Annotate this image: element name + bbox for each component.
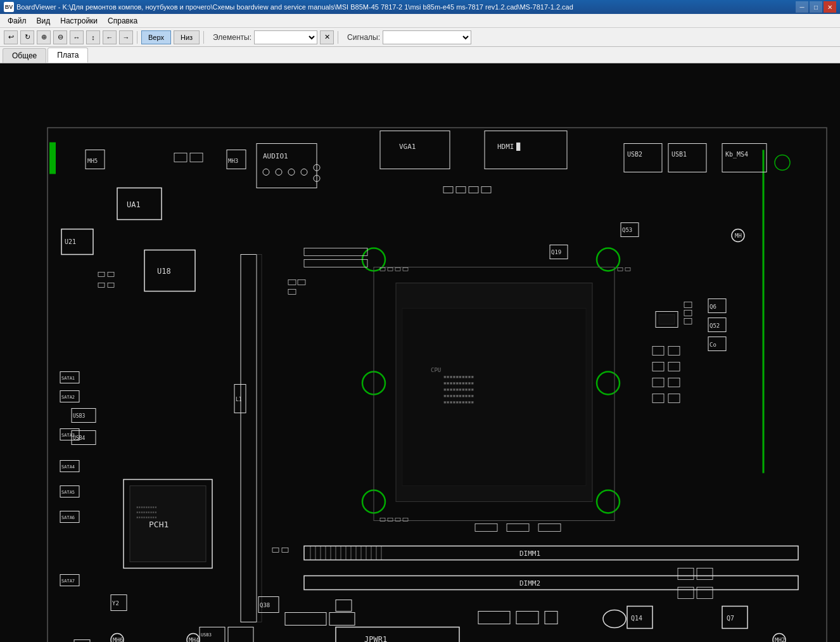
elements-select[interactable] xyxy=(254,30,317,44)
svg-text:U18: U18 xyxy=(157,267,171,276)
svg-text:Q14: Q14 xyxy=(631,615,642,622)
tab-general[interactable]: Общее xyxy=(3,48,46,63)
close-button[interactable]: ✕ xyxy=(824,1,836,13)
menu-settings[interactable]: Настройки xyxy=(55,15,103,27)
signals-label: Сигналы: xyxy=(347,33,380,42)
svg-text:JPWR1: JPWR1 xyxy=(364,635,387,643)
svg-text:Q52: Q52 xyxy=(710,323,720,329)
svg-text:Q38: Q38 xyxy=(260,602,270,608)
separator-1 xyxy=(137,31,137,44)
menu-file[interactable]: Файл xyxy=(3,15,32,27)
svg-text:Co: Co xyxy=(710,342,716,348)
svg-text:MH4: MH4 xyxy=(189,637,199,643)
svg-text:▪▪▪▪▪▪▪▪▪▪: ▪▪▪▪▪▪▪▪▪▪ xyxy=(443,380,474,386)
elements-clear[interactable]: ✕ xyxy=(320,30,334,44)
svg-text:Q53: Q53 xyxy=(622,227,632,233)
svg-text:AUDIO1: AUDIO1 xyxy=(263,152,288,160)
pcb-svg: VGA1 HDMI▐▌ USB2 USB1 Kb_MS4 AUDIO1 xyxy=(0,63,840,642)
toolbar-zoom-in[interactable]: ⊕ xyxy=(37,30,51,44)
svg-text:SATA4: SATA4 xyxy=(61,465,75,470)
svg-text:▪▪▪▪▪▪▪▪▪▪: ▪▪▪▪▪▪▪▪▪▪ xyxy=(443,387,474,392)
tab-board[interactable]: Плата xyxy=(48,48,88,63)
svg-text:PCH1: PCH1 xyxy=(149,520,169,529)
svg-text:MH3: MH3 xyxy=(228,158,238,164)
svg-text:USB1: USB1 xyxy=(671,151,687,158)
window-controls: ─ □ ✕ xyxy=(796,1,836,13)
svg-text:MH5: MH5 xyxy=(87,158,98,164)
svg-text:CPU: CPU xyxy=(431,367,441,373)
top-layer-button[interactable]: Верх xyxy=(141,30,171,44)
toolbar-fit-h[interactable]: ↔ xyxy=(70,30,84,44)
toolbar-forward[interactable]: ↻ xyxy=(20,30,34,44)
svg-rect-135 xyxy=(74,640,90,643)
toolbar-prev[interactable]: ← xyxy=(103,30,117,44)
menubar: Файл Вид Настройки Справка xyxy=(0,14,840,28)
svg-text:MH2: MH2 xyxy=(775,637,785,643)
svg-rect-142 xyxy=(659,315,675,324)
svg-text:MH6: MH6 xyxy=(113,637,123,643)
signals-select[interactable] xyxy=(383,30,471,44)
svg-text:MH: MH xyxy=(735,233,742,239)
svg-text:DIMM2: DIMM2 xyxy=(519,579,540,587)
menu-view[interactable]: Вид xyxy=(32,15,56,27)
svg-text:USB2: USB2 xyxy=(627,151,642,158)
board-container[interactable]: VGA1 HDMI▐▌ USB2 USB1 Kb_MS4 AUDIO1 xyxy=(0,63,840,642)
bottom-layer-button[interactable]: Низ xyxy=(174,30,200,44)
toolbar: ↩ ↻ ⊕ ⊖ ↔ ↕ ← → Верх Низ Элементы: ✕ Сиг… xyxy=(0,28,840,47)
svg-text:Q6: Q6 xyxy=(710,304,716,310)
app-icon: BV xyxy=(4,2,14,12)
svg-text:▪▪▪▪▪▪▪▪▪: ▪▪▪▪▪▪▪▪▪ xyxy=(136,515,157,519)
toolbar-next[interactable]: → xyxy=(119,30,133,44)
svg-text:SATA5: SATA5 xyxy=(61,490,75,495)
svg-text:U21: U21 xyxy=(65,238,76,245)
svg-text:USB4: USB4 xyxy=(73,435,85,441)
elements-label: Элементы: xyxy=(213,33,251,42)
svg-rect-42 xyxy=(402,309,586,486)
tabbar: Общее Плата xyxy=(0,47,840,63)
svg-text:VGA1: VGA1 xyxy=(399,143,416,151)
svg-text:▪▪▪▪▪▪▪▪▪: ▪▪▪▪▪▪▪▪▪ xyxy=(136,510,157,514)
svg-text:Y2: Y2 xyxy=(112,600,119,607)
svg-rect-10 xyxy=(49,143,56,174)
maximize-button[interactable]: □ xyxy=(810,1,822,13)
window-title: BoardViewer - K:\Для ремонтов компов, но… xyxy=(16,3,796,11)
toolbar-back[interactable]: ↩ xyxy=(4,30,18,44)
pcb-canvas[interactable]: VGA1 HDMI▐▌ USB2 USB1 Kb_MS4 AUDIO1 xyxy=(0,63,840,642)
svg-text:HDMI▐▌: HDMI▐▌ xyxy=(497,142,523,151)
separator-2 xyxy=(203,31,204,44)
toolbar-zoom-out[interactable]: ⊖ xyxy=(53,30,67,44)
svg-text:USB3: USB3 xyxy=(73,413,85,419)
toolbar-fit-v[interactable]: ↕ xyxy=(86,30,100,44)
svg-text:UA1: UA1 xyxy=(127,200,141,209)
svg-text:Q19: Q19 xyxy=(551,249,561,255)
titlebar: BV BoardViewer - K:\Для ремонтов компов,… xyxy=(0,0,840,14)
svg-text:SATA2: SATA2 xyxy=(61,395,75,400)
svg-text:DIMM1: DIMM1 xyxy=(519,549,540,558)
minimize-button[interactable]: ─ xyxy=(796,1,808,13)
svg-text:▪▪▪▪▪▪▪▪▪▪: ▪▪▪▪▪▪▪▪▪▪ xyxy=(443,399,474,405)
separator-3 xyxy=(338,31,338,44)
svg-text:Kb_MS4: Kb_MS4 xyxy=(725,151,748,158)
menu-help[interactable]: Справка xyxy=(103,15,143,27)
svg-text:▪▪▪▪▪▪▪▪▪▪: ▪▪▪▪▪▪▪▪▪▪ xyxy=(443,374,474,380)
svg-text:USB3: USB3 xyxy=(201,632,212,638)
svg-text:SATA1: SATA1 xyxy=(61,376,75,381)
svg-text:SATA7: SATA7 xyxy=(61,579,75,584)
svg-text:▪▪▪▪▪▪▪▪▪: ▪▪▪▪▪▪▪▪▪ xyxy=(136,504,157,509)
svg-text:SATA6: SATA6 xyxy=(61,515,75,520)
svg-text:▪▪▪▪▪▪▪▪▪▪: ▪▪▪▪▪▪▪▪▪▪ xyxy=(443,393,474,399)
svg-text:Q7: Q7 xyxy=(727,615,734,622)
svg-text:L1: L1 xyxy=(236,397,242,402)
